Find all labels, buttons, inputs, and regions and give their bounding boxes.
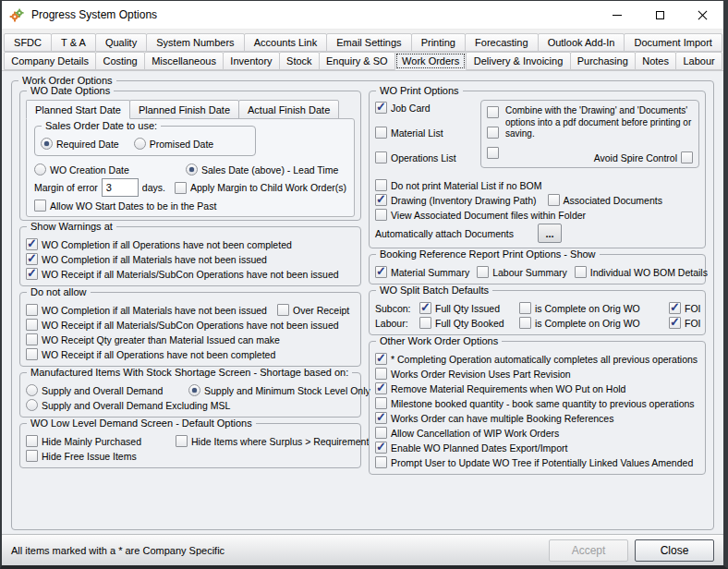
minimize-button[interactable]: [596, 1, 638, 29]
tab-quality[interactable]: Quality: [95, 33, 147, 52]
tab-printing[interactable]: Printing: [411, 33, 466, 52]
tab-labour[interactable]: Labour: [675, 52, 722, 70]
job-card-checkbox[interactable]: [375, 102, 387, 114]
supply-min-stock-radio[interactable]: [188, 384, 200, 396]
sales-date-lead-time-radio[interactable]: [186, 163, 198, 176]
tab-document-import[interactable]: Document Import: [624, 33, 722, 52]
avoid-spire-control-checkbox[interactable]: [681, 151, 693, 163]
group-title: Sales Order Date to use:: [42, 120, 161, 132]
tab-inventory[interactable]: Inventory: [223, 52, 280, 70]
subcon-foi-checkbox[interactable]: [669, 302, 681, 314]
warn-receipt-label: WO Receipt if all Materials/SubCon Opera…: [42, 269, 339, 280]
revision-uses-part-revision-label: Works Order Revision Uses Part Revision: [391, 369, 571, 380]
tab-company-details[interactable]: Company Details: [4, 52, 96, 70]
warn-receipt-checkbox[interactable]: [26, 268, 38, 280]
supply-excluding-msl-radio[interactable]: [26, 399, 38, 411]
labour-summary-checkbox[interactable]: [477, 266, 489, 278]
hide-mainly-purchased-label: Hide Mainly Purchased: [42, 436, 141, 447]
enable-planned-dates-export-checkbox[interactable]: [375, 442, 387, 454]
completing-operation-checkbox[interactable]: [375, 353, 387, 365]
tab-miscellaneous[interactable]: Miscellaneous: [144, 52, 224, 70]
tab-notes[interactable]: Notes: [635, 52, 676, 70]
tab-enquiry-so[interactable]: Enquiry & SO: [319, 52, 395, 70]
work-orders-page: Work Order Options WO Date Options Plann…: [2, 70, 723, 534]
tab-costing[interactable]: Costing: [95, 52, 145, 70]
remove-material-requirements-checkbox[interactable]: [375, 382, 387, 394]
prompt-update-wo-tree-checkbox[interactable]: [375, 456, 387, 468]
tab-delivery-invoicing[interactable]: Delivery & Invoicing: [466, 52, 570, 70]
labour-complete-orig-checkbox[interactable]: [519, 317, 531, 329]
tab-outlook-add-in[interactable]: Outlook Add-In: [538, 33, 625, 52]
labour-full-qty-booked-checkbox[interactable]: [419, 317, 431, 329]
tab-email-settings[interactable]: Email Settings: [326, 33, 411, 52]
associated-documents-checkbox[interactable]: [548, 194, 560, 206]
promised-date-radio[interactable]: [134, 138, 146, 150]
tab-row-1: SFDC T & A Quality System Numbers Accoun…: [4, 33, 722, 52]
view-assoc-docs-checkbox[interactable]: [375, 209, 387, 221]
operations-list-checkbox[interactable]: [375, 151, 387, 163]
group-title: Booking Reference Report Print Options -…: [376, 248, 600, 260]
wo-print-options-group: WO Print Options Job Card Material List: [369, 91, 706, 248]
tab-sfdc[interactable]: SFDC: [4, 33, 52, 52]
wo-creation-date-radio[interactable]: [34, 163, 46, 176]
accept-button[interactable]: Accept: [549, 539, 628, 562]
days-label: days.: [142, 182, 165, 193]
material-list-label: Material List: [391, 127, 443, 139]
dna-receipt-subcon-checkbox[interactable]: [26, 319, 38, 331]
attach-documents-browse-button[interactable]: ...: [538, 224, 562, 243]
no-bom-checkbox[interactable]: [375, 179, 387, 191]
other-wo-options-group: Other Work Order Options * Completing Op…: [369, 341, 706, 475]
combine-operations-list-checkbox[interactable]: [487, 147, 499, 159]
dialog-window: Progress System Options SFDC T & A Quali…: [0, 0, 728, 569]
close-dialog-button[interactable]: Close: [635, 539, 714, 562]
wo-creation-date-label: WO Creation Date: [50, 164, 129, 176]
margin-of-error-input[interactable]: [102, 178, 139, 197]
labour-complete-orig-label: is Complete on Orig WO: [535, 318, 640, 329]
subcon-complete-orig-checkbox[interactable]: [519, 302, 531, 314]
over-receipt-checkbox[interactable]: [277, 304, 289, 316]
tab-purchasing[interactable]: Purchasing: [570, 52, 637, 70]
individual-wo-bom-checkbox[interactable]: [575, 266, 587, 278]
group-title: Other Work Order Options: [376, 335, 502, 347]
subcon-full-qty-issued-checkbox[interactable]: [419, 302, 431, 314]
dna-receipt-operations-checkbox[interactable]: [26, 348, 38, 360]
combine-job-card-checkbox[interactable]: [487, 106, 499, 118]
multiple-booking-references-checkbox[interactable]: [375, 412, 387, 424]
tab-work-orders[interactable]: Work Orders: [394, 52, 467, 70]
close-button[interactable]: [681, 1, 723, 29]
hide-surplus-checkbox[interactable]: [176, 435, 188, 447]
warn-operations-label: WO Completion if all Operations have not…: [42, 239, 292, 250]
apply-margin-checkbox[interactable]: [175, 182, 187, 194]
tab-planned-start-date[interactable]: Planned Start Date: [26, 100, 130, 119]
individual-wo-bom-label: Individual WO BOM Details: [590, 267, 708, 278]
required-date-radio[interactable]: [41, 138, 53, 150]
tab-system-numbers[interactable]: System Numbers: [146, 33, 244, 52]
show-warnings-group: Show Warnings at WO Completion if all Op…: [19, 226, 361, 286]
labour-foi-checkbox[interactable]: [669, 317, 681, 329]
allow-cancellation-wip-checkbox[interactable]: [375, 427, 387, 439]
revision-uses-part-revision-checkbox[interactable]: [375, 368, 387, 380]
tab-accounts-link[interactable]: Accounts Link: [244, 33, 328, 52]
no-bom-label: Do not print Material List if no BOM: [391, 180, 541, 191]
milestone-booked-quantity-checkbox[interactable]: [375, 397, 387, 409]
tab-forecasting[interactable]: Forecasting: [465, 33, 539, 52]
material-list-checkbox[interactable]: [375, 127, 387, 139]
dna-completion-materials-checkbox[interactable]: [26, 304, 38, 316]
hide-free-issue-checkbox[interactable]: [26, 450, 38, 462]
allow-past-dates-label: Allow WO Start Dates to be in the Past: [50, 200, 216, 212]
combine-material-list-checkbox[interactable]: [487, 127, 499, 139]
hide-mainly-purchased-checkbox[interactable]: [26, 435, 38, 447]
tab-planned-finish-date[interactable]: Planned Finish Date: [129, 100, 239, 119]
drawing-path-checkbox[interactable]: [375, 194, 387, 206]
dna-receipt-qty-checkbox[interactable]: [26, 333, 38, 345]
maximize-button[interactable]: [638, 1, 681, 29]
warn-operations-checkbox[interactable]: [26, 238, 38, 250]
tab-t-and-a[interactable]: T & A: [51, 33, 96, 52]
supply-overall-demand-radio[interactable]: [26, 384, 38, 396]
tab-actual-finish-date[interactable]: Actual Finish Date: [238, 100, 339, 119]
tab-stock[interactable]: Stock: [279, 52, 320, 70]
warn-materials-checkbox[interactable]: [26, 253, 38, 265]
low-level-demand-group: WO Low Level Demand Screen - Default Opt…: [19, 423, 361, 468]
allow-past-dates-checkbox[interactable]: [34, 200, 46, 212]
material-summary-checkbox[interactable]: [375, 266, 387, 278]
